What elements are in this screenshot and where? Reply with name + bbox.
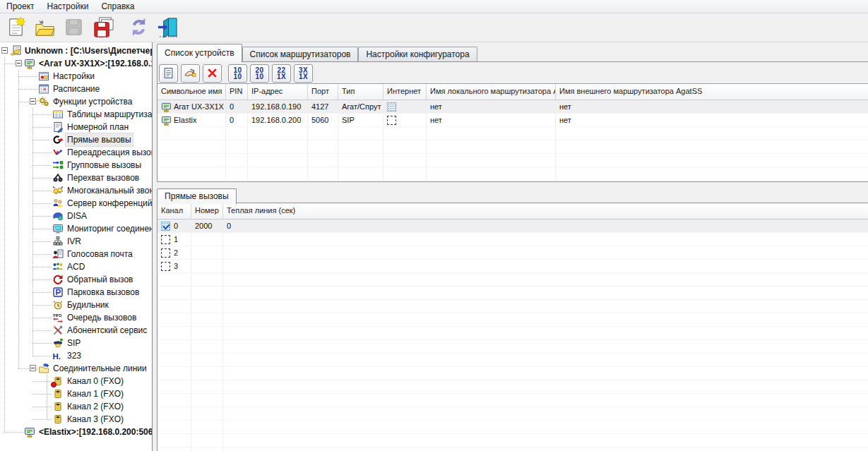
device-table-row[interactable] <box>157 154 868 167</box>
device-table-row[interactable]: Elastix0192.168.0.2005060SIPнетнет <box>157 114 868 127</box>
device-table-row[interactable]: Агат UX-3X1X0192.168.0.1904127Агат/Спрут… <box>157 100 868 114</box>
tree-item-group-calls[interactable]: Групповые вызовы <box>0 159 152 172</box>
cell <box>384 140 427 153</box>
menu-help[interactable]: Справка <box>95 1 141 12</box>
tree-item-disa[interactable]: DISA <box>0 210 152 222</box>
tree-item-voicemail[interactable]: Голосовая почта <box>0 248 152 260</box>
internet-checkbox[interactable] <box>387 102 396 112</box>
tree-item-channel[interactable]: Канал 1 (FXO) <box>0 387 152 400</box>
tree-item-label: Групповые вызовы <box>66 159 143 172</box>
tree-item-alarm[interactable]: Будильник <box>0 299 152 311</box>
tree-item-device[interactable]: <Elastix>:[192.168.0.200:5060] <box>0 426 152 438</box>
column-header[interactable]: Имя локального маршрутизатора AgatSS <box>427 84 556 100</box>
column-header[interactable]: Интернет <box>384 84 427 100</box>
device-type-22-1x-button[interactable]: 22 1X <box>272 64 291 83</box>
direct-calls-row[interactable] <box>157 300 868 313</box>
tree-item-number-plan[interactable]: Номерной план <box>0 121 152 133</box>
tree-item-acd[interactable]: ACD <box>0 260 152 273</box>
tree-item-routing-tables[interactable]: Таблицы маршрутизации <box>0 108 152 121</box>
tree-item-channel[interactable]: Канал 0 (FXO) <box>0 375 152 387</box>
tree-item-multichannel-ring[interactable]: Многоканальный звонок <box>0 184 152 197</box>
device-table-row[interactable] <box>157 167 868 181</box>
tree-item-conference-server[interactable]: Сервер конференций <box>0 197 152 210</box>
tree-item-ivr[interactable]: IVR <box>0 235 152 248</box>
device-type-10-10-button[interactable]: 10 10 <box>228 64 247 83</box>
tree-item-monitoring[interactable]: Мониторинг соединений <box>0 222 152 235</box>
direct-calls-row[interactable] <box>157 367 868 380</box>
tree-item-call-forwarding[interactable]: Переадресация вызовов <box>0 146 152 159</box>
channel-checkbox[interactable] <box>161 235 170 244</box>
tree-item-settings[interactable]: Настройки <box>0 70 152 83</box>
channel-checkbox[interactable] <box>161 248 170 258</box>
direct-calls-row[interactable] <box>157 273 868 287</box>
direct-calls-row[interactable] <box>157 354 868 367</box>
column-header[interactable]: Имя внешнего маршрутизатора AgatSS <box>556 84 868 100</box>
delete-device-button[interactable] <box>203 64 222 83</box>
channel-checkbox[interactable] <box>161 262 170 271</box>
direct-calls-row[interactable]: 2 <box>157 246 868 260</box>
tree-item-call-parking[interactable]: Парковка вызовов <box>0 286 152 299</box>
tree-item-device[interactable]: <Агат UX-3X1X>:[192.168.0.190:4127] <box>0 57 152 70</box>
device-table-row[interactable] <box>157 127 868 140</box>
direct-calls-row[interactable] <box>157 434 868 447</box>
direct-calls-row[interactable] <box>157 340 868 354</box>
menu-settings[interactable]: Настройки <box>41 1 95 12</box>
tree-item-subscriber-service[interactable]: Абонентский сервис <box>0 324 152 337</box>
direct-calls-row[interactable] <box>157 287 868 300</box>
save-all-button[interactable] <box>89 15 116 40</box>
column-header[interactable]: Теплая линия (сек) <box>223 203 868 219</box>
tree-item-functions[interactable]: Функции устройства <box>0 95 152 108</box>
cell <box>157 300 191 313</box>
device-properties-button[interactable] <box>159 64 178 83</box>
direct-calls-row[interactable]: 1 <box>157 233 868 246</box>
direct-calls-row[interactable] <box>157 313 868 327</box>
column-header[interactable]: Символьное имя <box>157 84 226 100</box>
new-project-button[interactable] <box>2 15 29 40</box>
column-header[interactable]: Номер <box>191 203 223 219</box>
tree-item-call-pickup[interactable]: Перехват вызовов <box>0 172 152 184</box>
internet-checkbox[interactable] <box>387 116 396 125</box>
tree-item-direct-calls[interactable]: Прямые вызовы <box>0 133 152 146</box>
tree-expander-minus[interactable] <box>30 98 36 104</box>
tab-configurator-settings[interactable]: Настройки конфигуратора <box>358 47 477 61</box>
direct-calls-row[interactable] <box>157 407 868 421</box>
edit-device-button[interactable] <box>181 64 200 83</box>
menu-project[interactable]: Проект <box>0 1 41 12</box>
direct-calls-row[interactable] <box>157 380 868 394</box>
device-type-20-10-button[interactable]: 20 10 <box>250 64 269 83</box>
tree-item-trunk-lines[interactable]: Соединительные линии <box>0 362 152 375</box>
open-project-button[interactable] <box>31 15 58 40</box>
column-header[interactable]: Порт <box>308 84 338 100</box>
direct-calls-row[interactable]: 3 <box>157 260 868 273</box>
tree-item-channel[interactable]: Канал 2 (FXO) <box>0 400 152 413</box>
column-header[interactable]: Тип <box>338 84 384 100</box>
refresh-button[interactable] <box>125 15 152 40</box>
exit-button[interactable] <box>154 15 181 40</box>
direct-calls-row[interactable]: 020000 <box>157 220 868 233</box>
tree-expander-minus[interactable] <box>16 60 22 66</box>
tree-item-call-queue[interactable]: FIFOОчередь вызовов <box>0 311 152 324</box>
tree-item-h323[interactable]: H.323 <box>0 349 152 362</box>
channel-checkbox[interactable] <box>161 222 170 231</box>
cell: 3 <box>157 260 191 272</box>
direct-calls-row[interactable] <box>157 447 868 451</box>
direct-calls-row[interactable] <box>157 421 868 434</box>
tree-item-project[interactable]: Unknown : [C:\Users\Диспетчер <box>0 44 152 57</box>
tree-item-sip[interactable]: SIP <box>0 337 152 349</box>
tree-item-callback[interactable]: Обратный вызов <box>0 273 152 286</box>
direct-calls-row[interactable] <box>157 327 868 340</box>
column-header[interactable]: PIN <box>226 84 248 100</box>
tree-item-schedule[interactable]: Расписание <box>0 83 152 95</box>
tree-expander-minus[interactable] <box>1 47 8 54</box>
direct-calls-row[interactable] <box>157 394 868 407</box>
tab-device-list[interactable]: Список устройств <box>157 44 242 62</box>
cell <box>157 287 191 299</box>
device-type-3x-1x-button[interactable]: 3X 1X <box>294 64 313 83</box>
tab-router-list[interactable]: Список маршрутизаторов <box>242 47 359 61</box>
tree-item-channel[interactable]: Канал 3 (FXO) <box>0 413 152 426</box>
tab-direct-calls[interactable]: Прямые вызовы <box>157 188 237 204</box>
column-header[interactable]: Канал <box>157 203 191 219</box>
column-header[interactable]: IP-адрес <box>248 84 308 100</box>
tree-expander-minus[interactable] <box>30 365 36 371</box>
device-table-row[interactable] <box>157 140 868 154</box>
